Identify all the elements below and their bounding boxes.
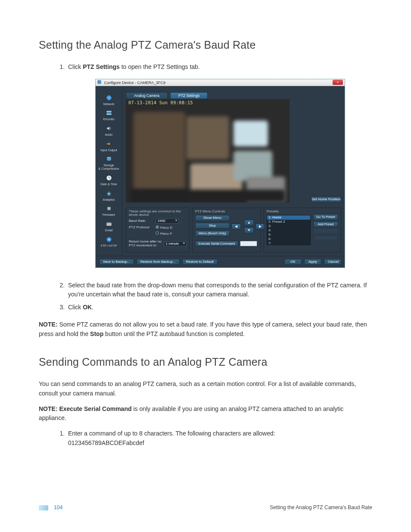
go-to-preset-button[interactable]: Go To Preset	[313, 214, 338, 220]
arrow-left-button[interactable]: ◀	[231, 224, 241, 230]
page-footer: 104 Setting the Analog PTZ Camera's Baud…	[39, 504, 372, 510]
presets-panel: Presets: 1: Home 2: Preset 2 3: 4: 5: 6:	[264, 208, 341, 252]
svg-rect-2	[106, 113, 111, 115]
speaker-icon	[104, 124, 114, 132]
clock-icon	[104, 174, 114, 182]
preset-row[interactable]: 6:	[267, 237, 310, 241]
dialog-titlebar[interactable]: Configure Device - CAMERA_3FC9 x	[96, 79, 345, 86]
cancel-button[interactable]: Cancel	[324, 259, 341, 265]
steps-list-2: Enter a command of up to 8 characters. T…	[66, 429, 372, 448]
sidebar-item-audio[interactable]: Audio	[96, 124, 122, 137]
sidebar-label: Audio	[105, 133, 113, 137]
restore-default-button[interactable]: Restore to Default	[182, 259, 218, 265]
step-b-1: Enter a command of up to 8 characters. T…	[66, 429, 372, 448]
save-backup-button[interactable]: Save to Backup...	[99, 259, 134, 265]
svg-rect-6	[108, 208, 110, 210]
radio-p-label: Pelco P	[160, 232, 172, 236]
step-b-1-line1: Enter a command of up to 8 characters. T…	[68, 430, 275, 437]
preset-row[interactable]: 4:	[267, 228, 310, 233]
sidebar-label: Email	[105, 229, 113, 232]
heading-baud-rate: Setting the Analog PTZ Camera's Baud Rat…	[39, 39, 372, 51]
video-preview: 07-13-2014 Sun 09:08:15	[126, 99, 290, 202]
note-1-body-b: button until the PTZ autobaud function i…	[103, 330, 245, 337]
return-home-label-b: PTZ movement in:	[129, 243, 157, 247]
chip-icon	[104, 205, 114, 212]
note-1-lead: NOTE:	[39, 321, 58, 328]
step-3-c: .	[92, 304, 93, 311]
step-3: Click OK.	[66, 303, 372, 312]
set-home-button[interactable]: Set Home Position	[311, 196, 341, 202]
preset-button-disabled-1	[313, 228, 338, 234]
preset-row[interactable]: 7:	[267, 241, 310, 245]
note-2: NOTE: Execute Serial Command is only ava…	[39, 404, 372, 423]
serial-command-input[interactable]	[240, 241, 257, 246]
sidebar-item-storage[interactable]: Storage & Compression	[96, 155, 122, 170]
sidebar-label: Storage & Compression	[99, 164, 119, 170]
apply-button[interactable]: Apply	[304, 259, 321, 265]
baud-rate-label: Baud Rate:	[129, 219, 154, 223]
sidebar-item-datetime[interactable]: Date & Time	[96, 174, 122, 186]
preset-list[interactable]: 1: Home 2: Preset 2 3: 4: 5: 6: 7: 8:	[267, 215, 311, 245]
para-send-commands: You can send commands to an analog PTZ c…	[39, 380, 372, 398]
stop-button[interactable]: Stop	[195, 223, 230, 229]
radio-d-label: Pelco D	[160, 226, 172, 230]
sidebar-item-firmware[interactable]: Firmware	[96, 205, 122, 217]
envelope-icon	[104, 220, 114, 228]
bosch-menu-button[interactable]: Menu (Bosch Only)	[195, 230, 230, 236]
sidebar-label: Firmware	[103, 213, 115, 217]
step-3-a: Click	[68, 304, 83, 311]
return-home-select[interactable]: 1 minute	[164, 241, 187, 246]
sidebar-item-io[interactable]: Input Output	[96, 140, 122, 152]
add-preset-button[interactable]: Add Preset	[313, 221, 338, 227]
page-number: 104	[54, 504, 62, 510]
ptz-menu-panel: PTZ Menu Controls Show Menu Stop Menu (B…	[192, 208, 261, 252]
steps-list-1: Click PTZ Settings to open the PTZ Setti…	[66, 62, 372, 312]
page-mark-icon	[39, 505, 48, 510]
sidebar-item-ftp[interactable]: FTP / HTTP	[96, 236, 122, 248]
tab-ptz-settings[interactable]: PTZ Settings	[170, 92, 208, 100]
analytics-icon	[104, 190, 114, 197]
restore-backup-button[interactable]: Restore from Backup...	[137, 259, 180, 265]
step-1-text-b: to open the PTZ Settings tab.	[120, 63, 200, 70]
sidebar-label: FTP / HTTP	[101, 244, 117, 248]
return-home-label-a: Return home after no	[129, 240, 162, 243]
storage-icon	[104, 155, 114, 163]
presets-header: Presets:	[267, 210, 311, 213]
sidebar-item-analytics[interactable]: Analytics	[96, 190, 122, 202]
globe-icon	[104, 94, 114, 102]
sidebar-label: Encoder	[103, 118, 114, 121]
show-menu-button[interactable]: Show Menu	[195, 215, 230, 221]
step-1-text-a: Click	[68, 63, 83, 70]
arrow-down-button[interactable]: ▼	[244, 227, 254, 233]
preset-button-disabled-2	[313, 236, 338, 242]
heading-sending-commands: Sending Commands to an Analog PTZ Camera	[39, 356, 372, 368]
preset-row[interactable]: 3:	[267, 224, 310, 228]
dialog-footer: Save to Backup... Restore from Backup...…	[96, 256, 345, 268]
preset-row[interactable]: 1: Home	[267, 215, 310, 220]
dialog-title-prefix: Configure Device -	[104, 81, 137, 85]
preset-row[interactable]: 5:	[267, 233, 310, 237]
note-2-lead: NOTE: Execute Serial Command	[39, 405, 132, 412]
ptz-menu-header: PTZ Menu Controls	[195, 210, 258, 213]
radio-pelco-p[interactable]: Pelco P	[156, 231, 172, 236]
step-b-1-line2: 0123456789ABCDEFabcdef	[68, 439, 144, 446]
radio-pelco-d[interactable]: Pelco D	[156, 225, 172, 230]
dialog-subheader	[96, 86, 345, 90]
sidebar-item-email[interactable]: Email	[96, 220, 122, 232]
tab-analog-camera[interactable]: Analog Camera	[126, 92, 168, 100]
settings-panel-header: These settings are common to the whole d…	[129, 210, 187, 217]
ok-button[interactable]: OK	[284, 259, 302, 265]
baud-rate-select[interactable]: 2400	[156, 218, 179, 224]
svg-rect-1	[106, 111, 111, 113]
dialog-main: Analog Camera PTZ Settings 07-13-2014 Su…	[122, 90, 345, 256]
preset-row[interactable]: 2: Preset 2	[267, 220, 310, 224]
close-button[interactable]: x	[333, 80, 343, 85]
ptz-protocol-label: PTZ Protocol:	[129, 226, 154, 229]
execute-serial-button[interactable]: Execute Serial Command	[195, 241, 238, 247]
sidebar-item-encoder[interactable]: Encoder	[96, 109, 122, 121]
arrow-up-button[interactable]: ▲	[244, 220, 254, 226]
step-1-bold: PTZ Settings	[83, 63, 120, 70]
sidebar-label: Analytics	[103, 198, 115, 202]
sidebar-item-network[interactable]: Network	[96, 94, 122, 106]
radio-icon	[156, 231, 159, 235]
